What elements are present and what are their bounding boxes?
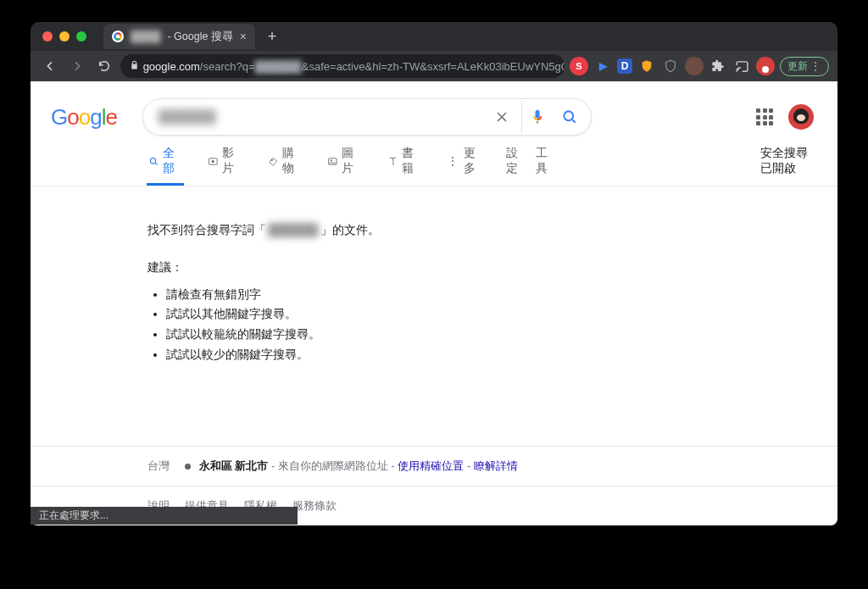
address-path-start: /search?q= <box>200 60 255 73</box>
address-query-blurred: ██████ <box>255 60 302 73</box>
no-results-message: 找不到符合搜尋字詞「██████」的文件。 <box>147 220 837 241</box>
tab-images[interactable]: 圖片 <box>326 146 363 186</box>
browser-window: ████ - Google 搜尋 × + google.com /search?… <box>31 22 837 525</box>
safesearch-label: 安全搜尋已開啟 <box>760 146 812 176</box>
reload-button[interactable] <box>93 55 115 77</box>
update-label: 更新 <box>787 59 808 74</box>
search-input[interactable] <box>159 109 486 125</box>
window-minimize-button[interactable] <box>59 31 70 42</box>
settings-link[interactable]: 設定 <box>506 146 520 176</box>
search-header: Google <box>31 81 837 136</box>
tab-title-suffix: - Google 搜尋 <box>167 30 232 44</box>
svg-point-5 <box>331 159 332 161</box>
extension-acorn-icon[interactable] <box>685 57 704 75</box>
footer-loc-suffix: - 來自你的網際網路位址 - <box>271 459 398 472</box>
suggestions-title: 建議： <box>147 258 837 278</box>
svg-point-1 <box>150 158 155 163</box>
location-dot-icon <box>185 464 191 470</box>
tab-strip: ████ - Google 搜尋 × + <box>103 24 282 49</box>
extension-play-icon[interactable]: ▶ <box>593 57 612 75</box>
extension-s-icon[interactable]: S <box>570 57 588 75</box>
tab-all[interactable]: 全部 <box>147 146 184 186</box>
list-item: 試試以較籠統的關鍵字搜尋。 <box>166 325 837 345</box>
noresult-term-blurred: ██████ <box>266 223 320 236</box>
footer-district: 永和區 新北市 <box>199 459 269 472</box>
footer-terms-link[interactable]: 服務條款 <box>292 498 337 514</box>
new-tab-button[interactable]: + <box>262 26 282 47</box>
address-domain: google.com <box>143 60 200 73</box>
noresult-post: 」的文件。 <box>320 223 380 236</box>
svg-point-0 <box>564 111 573 120</box>
learn-more-link[interactable]: 瞭解詳情 <box>474 459 518 472</box>
tab-shopping-label: 購物 <box>282 146 303 176</box>
google-logo[interactable]: Google <box>51 106 117 128</box>
lock-icon <box>129 59 140 73</box>
search-tabs: 全部 影片 購物 圖片 書籍 ⋮ 更多 設定 <box>31 153 837 186</box>
window-close-button[interactable] <box>42 31 53 42</box>
results-area: 找不到符合搜尋字詞「██████」的文件。 建議： 請檢查有無錯別字 試試以其他… <box>31 186 837 365</box>
tab-images-label: 圖片 <box>342 146 362 176</box>
tab-all-label: 全部 <box>163 146 183 176</box>
footer-location-row: 台灣 永和區 新北市 - 來自你的網際網路位址 - 使用精確位置 - 瞭解詳情 <box>31 446 837 486</box>
tab-books-label: 書籍 <box>402 146 422 176</box>
extension-shield1-icon[interactable] <box>637 57 656 75</box>
list-item: 試試以其他關鍵字搜尋。 <box>166 304 837 325</box>
update-button[interactable]: 更新 ⋮ <box>780 57 829 76</box>
tab-shopping[interactable]: 購物 <box>266 146 303 186</box>
cast-icon[interactable] <box>732 57 751 75</box>
tab-videos[interactable]: 影片 <box>206 146 243 186</box>
back-button[interactable] <box>39 55 61 77</box>
forward-button[interactable] <box>66 55 88 77</box>
search-button[interactable] <box>554 101 586 133</box>
noresult-pre: 找不到符合搜尋字詞「 <box>147 223 266 236</box>
toolbar: google.com /search?q= ██████ &safe=activ… <box>31 51 837 81</box>
suggestions-list: 請檢查有無錯別字 試試以其他關鍵字搜尋。 試試以較籠統的關鍵字搜尋。 試試以較少… <box>166 285 837 365</box>
window-controls <box>42 31 86 42</box>
tools-link[interactable]: 工具 <box>536 146 550 176</box>
header-right-icons <box>756 104 837 130</box>
tab-more-label: 更多 <box>464 146 481 176</box>
extension-shield2-icon[interactable] <box>661 57 680 75</box>
voice-search-button[interactable] <box>521 101 554 133</box>
page-content: Google <box>31 81 837 525</box>
extension-d-icon[interactable]: D <box>617 58 632 74</box>
tab-title-blurred: ████ <box>131 31 160 42</box>
status-text: 正在處理要求... <box>39 508 108 523</box>
list-item: 請檢查有無錯別字 <box>166 285 837 305</box>
tab-close-button[interactable]: × <box>240 31 247 42</box>
list-item: 試試以較少的關鍵字搜尋。 <box>166 345 837 365</box>
profile-avatar-icon[interactable] <box>756 57 775 75</box>
tab-books[interactable]: 書籍 <box>386 146 423 186</box>
footer-country: 台灣 <box>147 458 170 474</box>
use-precise-location-link[interactable]: 使用精確位置 <box>398 459 464 472</box>
search-box[interactable] <box>142 98 592 136</box>
browser-tab[interactable]: ████ - Google 搜尋 × <box>103 24 255 49</box>
clear-search-button[interactable] <box>486 101 518 133</box>
tab-videos-label: 影片 <box>222 146 242 176</box>
address-bar[interactable]: google.com /search?q= ██████ &safe=activ… <box>120 54 565 78</box>
footer-location: 永和區 新北市 - 來自你的網際網路位址 - 使用精確位置 - 瞭解詳情 <box>185 458 518 474</box>
google-favicon-icon <box>112 31 124 42</box>
svg-point-3 <box>271 159 272 160</box>
window-maximize-button[interactable] <box>76 31 86 42</box>
address-path-rest: &safe=active&hl=zh-TW&sxsrf=ALeKk03ibEUw… <box>302 60 565 73</box>
extensions-menu-icon[interactable] <box>709 57 727 75</box>
account-avatar-icon[interactable] <box>788 104 814 130</box>
titlebar: ████ - Google 搜尋 × + <box>31 22 837 51</box>
status-bar-overlay: 正在處理要求... <box>31 507 298 525</box>
google-apps-icon[interactable] <box>756 108 773 125</box>
tab-more[interactable]: ⋮ 更多 <box>445 146 483 186</box>
